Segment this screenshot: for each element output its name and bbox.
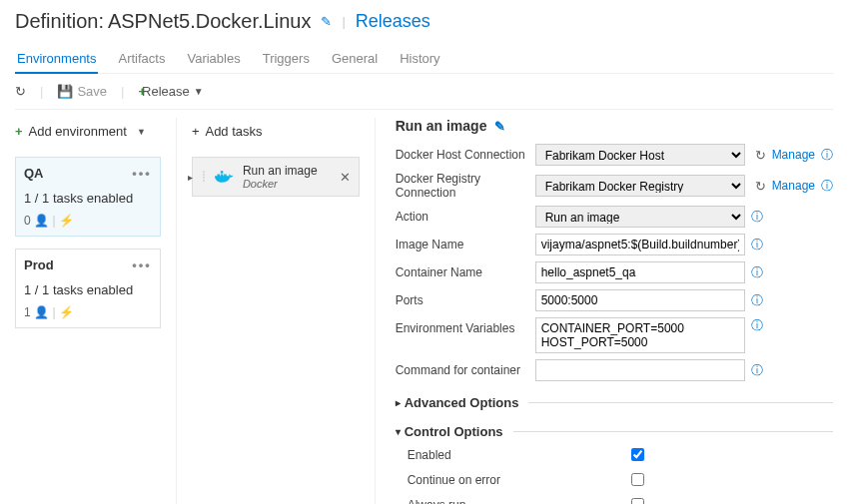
pane-title: Run an image xyxy=(396,118,487,134)
chevron-down-icon: ▼ xyxy=(194,86,204,97)
user-icon: 👤 xyxy=(34,214,49,228)
docker-icon xyxy=(215,168,235,186)
input-env-vars[interactable]: CONTAINER_PORT=5000 HOST_PORT=5000 xyxy=(535,317,745,353)
collapse-icon: ▾ xyxy=(396,426,401,437)
task-title: Run an image xyxy=(243,164,318,178)
expand-icon: ▸ xyxy=(396,397,401,408)
checkbox-enabled[interactable] xyxy=(631,448,644,461)
task-run-image[interactable]: ▸ ┊ Run an image Docker ✕ xyxy=(192,157,360,197)
input-command[interactable] xyxy=(535,359,745,381)
label-docker-registry: Docker Registry Connection xyxy=(396,172,535,200)
tab-variables[interactable]: Variables xyxy=(185,45,242,73)
env-name: Prod xyxy=(24,257,54,272)
label-action: Action xyxy=(396,210,535,224)
env-name: QA xyxy=(24,166,44,181)
pane-title-row: Run an image ✎ xyxy=(396,118,833,144)
tab-artifacts[interactable]: Artifacts xyxy=(116,45,167,73)
tab-environments[interactable]: Environments xyxy=(15,45,98,74)
input-container-name[interactable] xyxy=(535,261,745,283)
label-ports: Ports xyxy=(396,293,535,307)
refresh-icon[interactable]: ↻ xyxy=(15,84,26,99)
label-container-name: Container Name xyxy=(396,265,535,279)
select-docker-registry[interactable]: Fabrikam Docker Registry xyxy=(535,175,745,197)
info-icon[interactable]: ⓘ xyxy=(751,317,763,334)
tab-general[interactable]: General xyxy=(330,45,380,73)
close-icon[interactable]: ✕ xyxy=(340,170,351,185)
environments-column: + Add environment ▼ QA ••• 1 / 1 tasks e… xyxy=(15,118,161,504)
definition-name: ASPNet5.Docker.Linux xyxy=(108,10,311,33)
details-pane: Run an image ✎ Docker Host Connection Fa… xyxy=(375,118,833,504)
task-subtitle: Docker xyxy=(243,178,318,190)
save-button[interactable]: 💾 Save xyxy=(57,84,107,99)
trigger-icon: ⚡ xyxy=(59,214,74,228)
info-icon[interactable]: ⓘ xyxy=(821,178,833,195)
chevron-down-icon: ▼ xyxy=(137,127,146,137)
env-card-prod[interactable]: Prod ••• 1 / 1 tasks enabled 1 👤 | ⚡ xyxy=(15,249,161,328)
floppy-icon: 💾 xyxy=(57,84,73,99)
info-icon[interactable]: ⓘ xyxy=(751,237,763,253)
edit-icon[interactable]: ✎ xyxy=(494,119,505,134)
tab-history[interactable]: History xyxy=(398,45,441,73)
label-docker-host: Docker Host Connection xyxy=(396,148,535,162)
tabs-bar: Environments Artifacts Variables Trigger… xyxy=(15,37,833,74)
user-icon: 👤 xyxy=(34,305,49,319)
select-docker-host[interactable]: Fabrikam Docker Host xyxy=(535,144,745,166)
tab-triggers[interactable]: Triggers xyxy=(261,45,312,73)
refresh-icon[interactable]: ↻ xyxy=(755,179,766,194)
info-icon[interactable]: ⓘ xyxy=(751,209,763,226)
tasks-column: + Add tasks ▸ ┊ Run an image Docker ✕ xyxy=(176,118,360,504)
trigger-icon: ⚡ xyxy=(59,305,74,319)
add-tasks-button[interactable]: + Add tasks xyxy=(192,118,360,145)
page-header: Definition: ASPNet5.Docker.Linux ✎ | Rel… xyxy=(15,10,833,37)
drag-handle-icon[interactable]: ┊ xyxy=(201,172,207,182)
input-image-name[interactable] xyxy=(535,234,745,255)
toolbar: ↻ | 💾 Save | + Release ▼ xyxy=(15,74,833,109)
info-icon[interactable]: ⓘ xyxy=(821,147,833,164)
section-control[interactable]: ▾ Control Options xyxy=(396,424,833,439)
env-footer: 0 👤 | ⚡ xyxy=(24,214,152,228)
refresh-icon[interactable]: ↻ xyxy=(755,148,766,163)
header-separator: | xyxy=(342,14,345,29)
label-image-name: Image Name xyxy=(396,238,535,252)
definition-prefix: Definition: xyxy=(15,10,104,33)
info-icon[interactable]: ⓘ xyxy=(751,292,763,309)
manage-link[interactable]: Manage xyxy=(772,179,815,193)
label-enabled: Enabled xyxy=(408,448,527,462)
env-footer: 1 👤 | ⚡ xyxy=(24,305,152,319)
section-advanced[interactable]: ▸ Advanced Options xyxy=(396,395,833,410)
input-ports[interactable] xyxy=(535,289,745,311)
svg-rect-3 xyxy=(221,171,224,174)
checkbox-always[interactable] xyxy=(631,498,644,504)
label-continue: Continue on error xyxy=(408,473,527,487)
more-icon[interactable]: ••• xyxy=(132,257,152,272)
label-always: Always run xyxy=(408,498,527,505)
checkbox-continue[interactable] xyxy=(631,473,644,486)
env-status: 1 / 1 tasks enabled xyxy=(24,191,152,206)
add-environment-button[interactable]: + Add environment ▼ xyxy=(15,118,161,145)
label-env-vars: Environment Variables xyxy=(396,317,535,335)
env-status: 1 / 1 tasks enabled xyxy=(24,282,152,297)
select-action[interactable]: Run an image xyxy=(535,206,745,228)
manage-link[interactable]: Manage xyxy=(772,148,815,162)
plus-icon: + xyxy=(192,124,200,139)
release-dropdown[interactable]: + Release ▼ xyxy=(138,84,203,99)
more-icon[interactable]: ••• xyxy=(132,166,152,181)
env-card-qa[interactable]: QA ••• 1 / 1 tasks enabled 0 👤 | ⚡ xyxy=(15,157,161,237)
releases-link[interactable]: Releases xyxy=(356,11,430,32)
caret-icon[interactable]: ▸ xyxy=(188,172,193,183)
edit-icon[interactable]: ✎ xyxy=(321,14,332,29)
plus-icon: + xyxy=(15,124,23,139)
info-icon[interactable]: ⓘ xyxy=(751,362,763,379)
label-command: Command for container xyxy=(396,363,535,377)
info-icon[interactable]: ⓘ xyxy=(751,264,763,281)
